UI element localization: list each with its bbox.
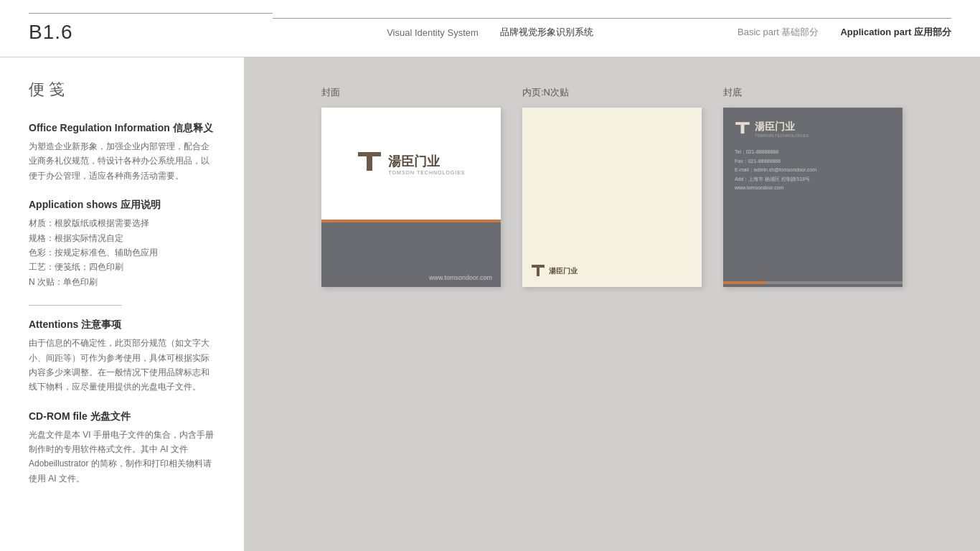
inner-content: 湯臣门业 (522, 108, 702, 287)
office-heading: Office Regulation Information 信息释义 (29, 122, 215, 135)
app-line-1: 材质：根胶版纸或根据需要选择 (29, 216, 215, 230)
app-lines: 材质：根胶版纸或根据需要选择 规格：根据实际情况自定 色彩：按规定标准色、辅助色… (29, 216, 215, 289)
back-info-tel: Tel：021-88888888 (735, 148, 891, 157)
divider-1 (29, 305, 122, 306)
back-info-fax: Fax：021-88888888 (735, 157, 891, 166)
inner-card: 湯臣门业 (522, 108, 702, 287)
cover-bottom: www.tomsondoor.com (321, 222, 501, 287)
left-panel: 便 笺 Office Regulation Information 信息释义 为… (0, 57, 244, 551)
logo-en: TOMSON TECHNOLOGIES (388, 170, 465, 175)
header-center: Visual Identity System 品牌视觉形象识别系统 (273, 18, 707, 39)
mockup-row: 封面 (280, 86, 944, 287)
svg-rect-1 (367, 156, 372, 171)
inner-logo-text: 湯臣门业 (549, 266, 578, 276)
office-block: Office Regulation Information 信息释义 为塑造企业… (29, 122, 215, 183)
back-bottom-stripes (723, 278, 903, 287)
svg-rect-5 (735, 122, 750, 125)
cdrom-heading: CD-ROM file 光盘文件 (29, 410, 215, 423)
att-heading: Attentions 注意事项 (29, 319, 215, 331)
back-info: Tel：021-88888888 Fax：021-88888888 E-mail… (723, 145, 903, 278)
app-line-5: N 次贴：单色印刷 (29, 275, 215, 289)
svg-rect-4 (537, 268, 540, 276)
cover-label: 封面 (321, 86, 340, 99)
svg-rect-0 (358, 152, 381, 156)
back-info-email: E-mail：admin.sh@tomsondoor.com (735, 166, 891, 175)
section-title: 便 笺 (29, 79, 215, 100)
back-info-web: www.tomsondoor.com (735, 184, 891, 193)
vis-cn-label: 品牌视觉形象识别系统 (500, 26, 593, 39)
back-item: 封底 湯臣门业 TOMSON TECHNOLOGIES (723, 86, 903, 287)
right-panel: 封面 (244, 57, 980, 551)
back-stripe-gray (766, 281, 903, 284)
back-card: 湯臣门业 TOMSON TECHNOLOGIES Tel：021-8888888… (723, 108, 903, 287)
header: B1.6 Visual Identity System 品牌视觉形象识别系统 B… (0, 0, 980, 57)
inner-logo-small: 湯臣门业 (531, 264, 578, 278)
cover-website: www.tomsondoor.com (429, 274, 492, 281)
cover-logo: 湯臣门业 TOMSON TECHNOLOGIES (357, 151, 465, 176)
header-right: Basic part 基础部分 Application part 应用部分 (707, 18, 951, 39)
logo-text-block: 湯臣门业 TOMSON TECHNOLOGIES (388, 153, 465, 175)
att-text: 由于信息的不确定性，此页部分规范（如文字大小、间距等）可作为参考使用，具体可根据… (29, 336, 215, 395)
app-heading: Application shows 应用说明 (29, 199, 215, 212)
app-line-3: 色彩：按规定标准色、辅助色应用 (29, 245, 215, 260)
header-left: B1.6 (29, 13, 273, 44)
main-content: 便 笺 Office Regulation Information 信息释义 为… (0, 57, 980, 551)
cover-card-top: 湯臣门业 TOMSON TECHNOLOGIES (321, 108, 501, 220)
app-line-2: 规格：根据实际情况自定 (29, 231, 215, 245)
svg-rect-3 (532, 265, 545, 268)
back-info-add: Add：上海市 杨浦区 控制路518号 (735, 175, 891, 184)
page-code: B1.6 (29, 21, 273, 44)
logo-icon (357, 151, 382, 176)
vis-en-label: Visual Identity System (387, 27, 479, 38)
logo-cn: 湯臣门业 (388, 153, 465, 170)
cover-item: 封面 (321, 86, 501, 287)
back-stripe-orange (723, 281, 766, 284)
cover-card: 湯臣门业 TOMSON TECHNOLOGIES www.tomsondoor.… (321, 108, 501, 287)
app-line-4: 工艺：便笺纸；四色印刷 (29, 260, 215, 274)
back-label: 封底 (723, 86, 742, 99)
cdrom-text: 光盘文件是本 VI 手册电子文件的集合，内含手册制作时的专用软件格式文件。其中 … (29, 428, 215, 486)
back-top: 湯臣门业 TOMSON TECHNOLOGIES (723, 108, 903, 145)
app-part-label: Application part 应用部分 (840, 26, 951, 39)
att-block: Attentions 注意事项 由于信息的不确定性，此页部分规范（如文字大小、间… (29, 319, 215, 395)
back-logo-cn: 湯臣门业 (755, 121, 809, 133)
back-logo-area: 湯臣门业 TOMSON TECHNOLOGIES (735, 121, 809, 138)
back-logo-en: TOMSON TECHNOLOGIES (755, 133, 809, 138)
back-logo-text: 湯臣门业 TOMSON TECHNOLOGIES (755, 121, 809, 138)
inner-item: 内页:N次贴 湯臣门业 (522, 86, 702, 287)
inner-label: 内页:N次贴 (522, 86, 569, 99)
basic-part-label: Basic part 基础部分 (738, 26, 819, 39)
cdrom-block: CD-ROM file 光盘文件 光盘文件是本 VI 手册电子文件的集合，内含手… (29, 410, 215, 486)
office-text: 为塑造企业新形象，加强企业内部管理，配合企业商务礼仪规范，特设计各种办公系统用品… (29, 139, 215, 183)
svg-rect-6 (741, 125, 745, 133)
app-block: Application shows 应用说明 材质：根胶版纸或根据需要选择 规格… (29, 199, 215, 289)
